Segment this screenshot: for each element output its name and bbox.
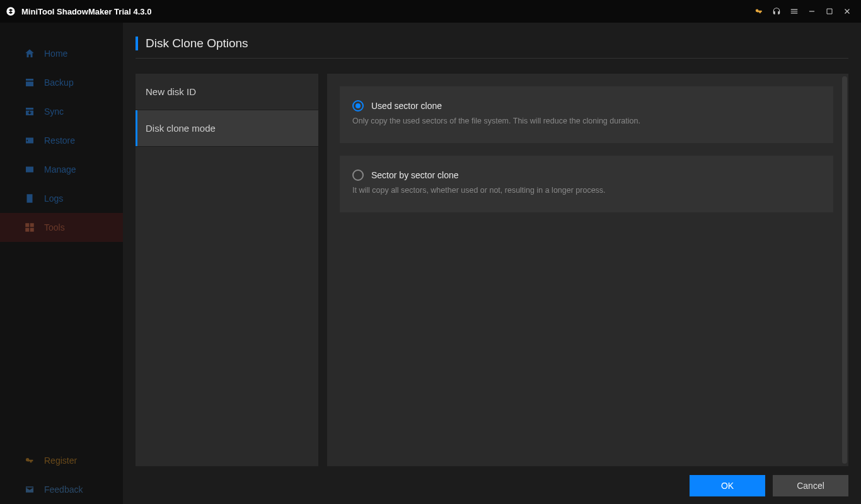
scrollbar[interactable]	[842, 76, 847, 464]
clone-mode-sector-by-sector[interactable]: Sector by sector clone It will copy all …	[340, 156, 833, 212]
sync-icon	[24, 106, 35, 117]
key-icon[interactable]	[750, 3, 768, 20]
options-category-panel: New disk ID Disk clone mode	[136, 74, 318, 466]
backup-icon	[24, 77, 35, 88]
sidebar-item-backup[interactable]: Backup	[0, 68, 123, 97]
sidebar-item-restore[interactable]: Restore	[0, 126, 123, 155]
sidebar-item-register[interactable]: Register	[0, 446, 123, 475]
home-icon	[24, 48, 35, 59]
accent-bar	[136, 37, 138, 50]
mail-icon	[24, 484, 35, 495]
sidebar-item-tools[interactable]: Tools	[0, 213, 123, 242]
option-new-disk-id[interactable]: New disk ID	[136, 74, 318, 110]
app-logo-icon	[5, 6, 16, 17]
option-description: It will copy all sectors, whether used o…	[352, 186, 821, 195]
sidebar: Home Backup Sync Restore Manage	[0, 23, 123, 504]
page-title: Disk Clone Options	[146, 37, 248, 50]
sidebar-item-sync[interactable]: Sync	[0, 97, 123, 126]
sidebar-item-label: Home	[44, 49, 67, 59]
sidebar-item-manage[interactable]: Manage	[0, 155, 123, 184]
sidebar-item-label: Register	[44, 455, 77, 466]
ok-button[interactable]: OK	[690, 475, 765, 496]
option-label: New disk ID	[146, 86, 196, 97]
sidebar-item-label: Manage	[44, 164, 76, 175]
option-title: Sector by sector clone	[371, 170, 459, 180]
page-header: Disk Clone Options	[136, 37, 848, 59]
radio-icon	[352, 100, 364, 112]
options-detail-panel: Used sector clone Only copy the used sec…	[327, 74, 848, 466]
manage-icon	[24, 164, 35, 175]
logs-icon	[24, 193, 35, 204]
close-icon[interactable]	[838, 3, 856, 20]
radio-icon	[352, 169, 364, 181]
key-icon	[24, 455, 35, 466]
content-area: Disk Clone Options New disk ID Disk clon…	[123, 23, 861, 504]
cancel-button[interactable]: Cancel	[773, 475, 848, 496]
tools-icon	[24, 222, 35, 233]
sidebar-item-feedback[interactable]: Feedback	[0, 475, 123, 504]
sidebar-item-label: Sync	[44, 106, 64, 117]
sidebar-item-home[interactable]: Home	[0, 39, 123, 68]
sidebar-item-logs[interactable]: Logs	[0, 184, 123, 213]
footer-buttons: OK Cancel	[136, 466, 848, 496]
radio-row[interactable]: Used sector clone	[352, 100, 821, 112]
app-title: MiniTool ShadowMaker Trial 4.3.0	[21, 7, 151, 16]
restore-icon	[24, 135, 35, 146]
sidebar-item-label: Feedback	[44, 484, 83, 495]
sidebar-item-label: Logs	[44, 193, 63, 203]
sidebar-item-label: Tools	[44, 222, 65, 232]
maximize-icon[interactable]	[821, 3, 838, 20]
option-label: Disk clone mode	[146, 123, 216, 134]
radio-row[interactable]: Sector by sector clone	[352, 169, 821, 181]
option-title: Used sector clone	[371, 101, 442, 111]
titlebar: MiniTool ShadowMaker Trial 4.3.0	[0, 0, 861, 23]
menu-icon[interactable]	[785, 3, 803, 20]
clone-mode-used-sector[interactable]: Used sector clone Only copy the used sec…	[340, 86, 833, 143]
minimize-icon[interactable]	[803, 3, 821, 20]
option-description: Only copy the used sectors of the file s…	[352, 117, 821, 125]
option-disk-clone-mode[interactable]: Disk clone mode	[136, 110, 318, 147]
sidebar-item-label: Backup	[44, 77, 74, 88]
headset-icon[interactable]	[768, 3, 785, 20]
sidebar-item-label: Restore	[44, 135, 75, 146]
